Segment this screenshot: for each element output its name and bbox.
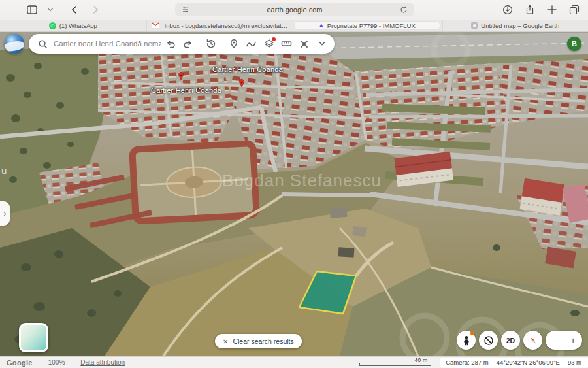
browser-toolbar: earth.google.com [0, 0, 588, 20]
toolbar-collapse-chevron-icon[interactable] [313, 35, 331, 53]
safari-window: earth.google.com ✆ (1) WhatsApp [0, 0, 588, 368]
tab-whatsapp[interactable]: ✆ (1) WhatsApp [0, 20, 146, 31]
tab-label: (1) WhatsApp [59, 22, 97, 29]
zoom-in-button[interactable]: + [570, 335, 576, 346]
map-style-thumbnail[interactable] [19, 323, 48, 352]
coordinates: 44°29'42"N 26°06'09"E [497, 359, 560, 366]
clear-search-results-label: Clear search results [233, 337, 293, 345]
toggle-overlay-button[interactable] [479, 331, 498, 350]
scale-label: 40 m [414, 357, 427, 363]
search-input[interactable] [54, 40, 161, 48]
tab-label: Inbox - bogdan.stefanescu@mrexclusivitat… [165, 22, 289, 29]
forward-icon[interactable] [90, 4, 102, 16]
tab-gmail-inbox[interactable]: Inbox - bogdan.stefanescu@mrexclusivitat… [146, 20, 293, 31]
pegman-button[interactable] [457, 331, 476, 350]
scale-bar [359, 363, 431, 366]
whatsapp-icon: ✆ [49, 22, 56, 29]
sidebar-chevron-down-icon[interactable] [44, 4, 56, 16]
map-canvas[interactable] [0, 32, 588, 356]
earth-search-pill [29, 34, 335, 54]
earth-toolbar [5, 34, 335, 54]
url-text: earth.google.com [191, 6, 398, 14]
account-avatar[interactable]: B [567, 37, 581, 51]
watermark-text: Bogdan Stefanescu [222, 171, 382, 191]
address-bar[interactable]: earth.google.com [175, 3, 414, 16]
map-controls: 2D − + [457, 331, 582, 350]
back-icon[interactable] [68, 4, 80, 16]
map-viewport[interactable] [0, 32, 588, 356]
gmail-icon [150, 20, 161, 31]
tab-strip: ✆ (1) WhatsApp Inbox - bogdan.stefanescu… [0, 20, 588, 32]
sidebar-icon[interactable] [26, 4, 38, 16]
layers-icon[interactable] [260, 35, 278, 53]
page-settings-icon[interactable] [180, 4, 191, 16]
camera-altitude: Camera: 287 m [446, 359, 488, 366]
historical-imagery-icon[interactable] [202, 35, 220, 53]
compass[interactable] [523, 331, 542, 350]
close-icon: ✕ [223, 338, 228, 345]
immoflux-icon: ▲ [319, 22, 324, 29]
chevron-right-icon: › [4, 209, 7, 218]
placemark-icon[interactable] [225, 35, 242, 53]
google-earth-tab-icon [471, 22, 478, 29]
google-earth-logo[interactable] [5, 34, 24, 54]
ground-elevation: 93 m [568, 359, 581, 366]
share-icon[interactable] [524, 4, 536, 16]
tab-overview-icon[interactable] [568, 4, 580, 16]
search-icon[interactable] [37, 35, 48, 53]
camera-info: Camera: 287 m 44°29'42"N 26°06'09"E 93 m [440, 358, 588, 368]
undo-icon[interactable] [161, 35, 179, 53]
clear-search-results-button[interactable]: ✕ Clear search results [215, 334, 302, 348]
map-label-cartier-2[interactable]: Cartier Henri Coanda [151, 86, 221, 94]
zoom-level: 100% [48, 359, 65, 366]
new-tab-icon[interactable] [546, 4, 558, 16]
map-scale: 40 m [359, 358, 431, 367]
data-attribution-link[interactable]: Data attribution [80, 359, 125, 366]
status-bar: Google 100% Data attribution 40 m Camera… [0, 356, 588, 368]
2d-mode-button[interactable]: 2D [501, 331, 520, 350]
map-label-cartier-1[interactable]: Cartier Henri Coanda [212, 65, 283, 73]
draw-path-icon[interactable] [242, 35, 260, 53]
watermark-edge-text: u [1, 165, 7, 176]
notification-dot [272, 37, 276, 41]
side-panel-handle[interactable]: › [0, 201, 10, 226]
downloads-icon[interactable] [502, 4, 514, 16]
tab-label: Proprietate P7799 - IMMOFLUX [327, 22, 416, 29]
crossed-tools-icon[interactable] [295, 35, 313, 53]
zoom-control: − + [546, 331, 582, 350]
tab-immoflux[interactable]: ▲ Proprietate P7799 - IMMOFLUX [294, 21, 440, 30]
tab-google-earth[interactable]: Untitled map – Google Earth [442, 20, 588, 31]
measure-icon[interactable] [278, 35, 295, 53]
tab-label: Untitled map – Google Earth [481, 22, 559, 29]
reload-icon[interactable] [398, 4, 410, 16]
google-logo: Google [7, 359, 33, 367]
redo-icon[interactable] [179, 35, 197, 53]
zoom-out-button[interactable]: − [552, 335, 557, 346]
pegman-notification-dot [470, 331, 474, 335]
